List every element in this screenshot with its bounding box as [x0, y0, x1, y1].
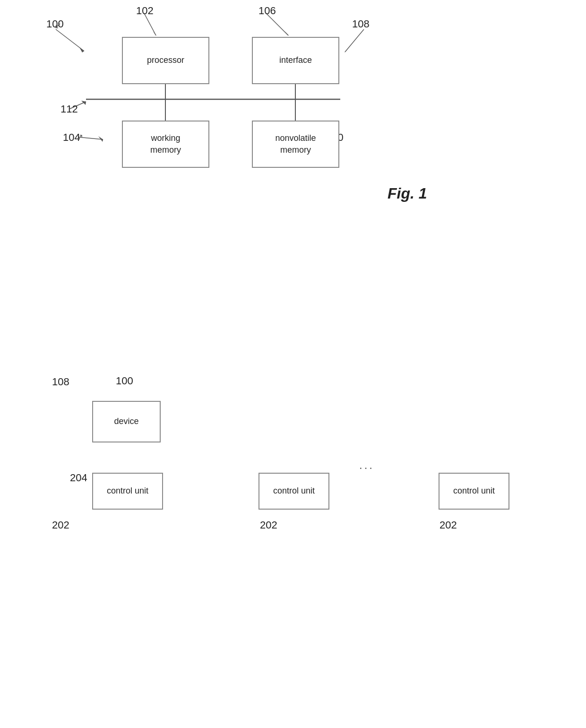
fig2-ref100: 100	[116, 375, 133, 387]
fig2-ellipsis: ...	[359, 459, 374, 472]
working-memory-label: working memory	[150, 132, 181, 156]
svg-marker-11	[98, 136, 103, 142]
fig2-control-label-1: control unit	[107, 485, 148, 497]
svg-marker-3	[152, 31, 156, 35]
fig1-ref112: 112	[60, 103, 78, 115]
nonvolatile-memory-label: nonvolatile memory	[275, 132, 316, 156]
fig1-caption: Fig. 1	[388, 185, 427, 202]
fig2-control-label-2: control unit	[273, 485, 315, 497]
fig2-arrows: Fig. 2	[0, 364, 586, 728]
svg-marker-5	[284, 31, 289, 35]
fig2-ref202c: 202	[440, 519, 457, 531]
fig2-ref204: 204	[70, 472, 87, 484]
processor-box: processor	[122, 37, 209, 84]
svg-marker-7	[344, 47, 349, 53]
svg-marker-9	[81, 101, 86, 105]
fig1-ref108: 108	[352, 18, 370, 30]
page: Fig. 1 100 ↙ 102 106 108 112 104 ↙ 110 p…	[0, 0, 586, 728]
svg-line-0	[56, 29, 84, 51]
fig1-ref102: 102	[136, 5, 154, 17]
fig2-ref202b: 202	[260, 519, 277, 531]
svg-marker-1	[79, 47, 84, 52]
fig2-ref108: 108	[52, 376, 69, 388]
fig1-ref106: 106	[259, 5, 276, 17]
fig2-control-label-3: control unit	[453, 485, 495, 497]
fig2-device-label: device	[114, 416, 138, 427]
interface-label: interface	[279, 54, 312, 66]
interface-box: interface	[252, 37, 339, 84]
processor-label: processor	[147, 54, 184, 66]
fig2-control-unit-1: control unit	[92, 473, 163, 510]
fig2-ref202a: 202	[52, 519, 69, 531]
fig2-control-unit-3: control unit	[439, 473, 509, 510]
svg-line-6	[345, 29, 364, 52]
nonvolatile-memory-box: nonvolatile memory	[252, 121, 339, 168]
fig2-control-unit-2: control unit	[259, 473, 329, 510]
working-memory-box: working memory	[122, 121, 209, 168]
fig2-device-box: device	[92, 401, 161, 442]
